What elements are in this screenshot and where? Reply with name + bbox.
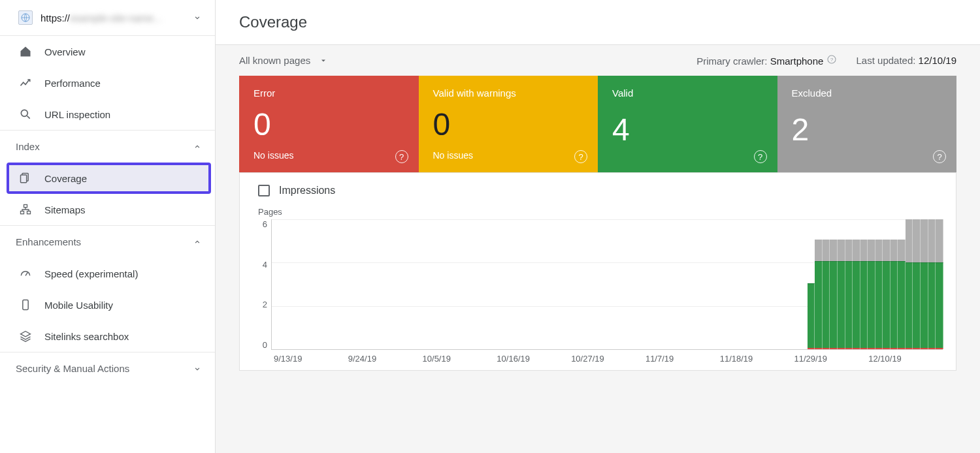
nav-label: Overview (44, 46, 86, 57)
chart-plot[interactable] (271, 219, 943, 350)
impressions-label: Impressions (279, 185, 335, 196)
card-value: 4 (612, 114, 763, 146)
filterbar: All known pages Primary crawler: Smartph… (216, 45, 980, 76)
impressions-toggle[interactable]: Impressions (253, 185, 943, 196)
sidebar: https://example-site-name... Overview Pe… (0, 0, 216, 453)
help-icon[interactable]: ? (826, 55, 837, 67)
svg-rect-7 (23, 300, 28, 310)
nav-item-mobile-usability[interactable]: Mobile Usability (0, 289, 215, 320)
speed-icon (18, 267, 33, 280)
chart-yaxis: 6 4 2 0 (253, 219, 271, 350)
layers-icon (18, 330, 33, 343)
last-updated: Last updated: 12/10/19 (857, 55, 956, 66)
chart-ylabel: Pages (258, 207, 943, 217)
chart-panel: Impressions Pages 6 4 2 0 (239, 172, 956, 371)
nav-label: Coverage (44, 173, 87, 184)
page-title: Coverage (239, 13, 956, 31)
help-icon[interactable]: ? (754, 150, 767, 163)
nav-section-index[interactable]: Index (0, 130, 215, 163)
svg-text:?: ? (830, 57, 833, 63)
card-value: 0 (433, 109, 584, 140)
nav: Overview Performance URL inspection Inde… (0, 35, 215, 384)
checkbox-icon[interactable] (258, 185, 270, 196)
card-label: Valid (612, 87, 763, 99)
chart-xaxis: 9/13/199/24/1910/5/1910/16/1910/27/1911/… (271, 354, 943, 364)
svg-point-1 (21, 110, 27, 116)
nav-item-url-inspection[interactable]: URL inspection (0, 99, 215, 130)
nav-label: Performance (44, 78, 101, 89)
nav-section-enhancements[interactable]: Enhancements (0, 225, 215, 258)
page-filter-dropdown[interactable]: All known pages (239, 55, 327, 66)
home-icon (18, 45, 33, 58)
help-icon[interactable]: ? (574, 150, 587, 163)
nav-item-sitelinks-searchbox[interactable]: Sitelinks searchbox (0, 320, 215, 352)
main: Coverage All known pages Primary crawler… (216, 0, 980, 453)
card-valid-with-warnings[interactable]: Valid with warnings 0 No issues ? (419, 76, 598, 172)
card-valid[interactable]: Valid 4 ? (598, 76, 777, 172)
nav-item-sitemaps[interactable]: Sitemaps (0, 194, 215, 225)
card-error[interactable]: Error 0 No issues ? (239, 76, 419, 172)
card-value: 0 (253, 109, 404, 140)
svg-rect-4 (24, 205, 27, 208)
chevron-down-icon (193, 364, 202, 373)
card-value: 2 (792, 114, 943, 146)
caret-down-icon (193, 13, 202, 22)
nav-section-label: Enhancements (16, 236, 81, 247)
card-label: Excluded (792, 87, 943, 99)
nav-section-security[interactable]: Security & Manual Actions (0, 352, 215, 384)
trend-icon (18, 76, 33, 89)
svg-rect-3 (21, 175, 27, 183)
help-icon[interactable]: ? (395, 150, 408, 163)
chevron-up-icon (193, 142, 202, 151)
search-icon (18, 108, 33, 121)
page-filter-label: All known pages (239, 55, 310, 66)
card-excluded[interactable]: Excluded 2 ? (777, 76, 957, 172)
svg-rect-6 (27, 211, 31, 214)
primary-crawler: Primary crawler: Smartphone ? (696, 54, 836, 67)
svg-rect-5 (21, 211, 24, 214)
nav-label: Sitelinks searchbox (44, 331, 129, 342)
nav-label: Mobile Usability (44, 300, 113, 311)
status-cards: Error 0 No issues ? Valid with warnings … (239, 76, 956, 172)
pages-icon (18, 172, 33, 185)
card-sub: No issues (253, 150, 404, 161)
nav-label: Sitemaps (44, 204, 86, 215)
help-icon[interactable]: ? (933, 150, 946, 163)
nav-section-label: Security & Manual Actions (16, 363, 129, 374)
nav-item-speed[interactable]: Speed (experimental) (0, 258, 215, 289)
chart: 6 4 2 0 (253, 219, 943, 350)
card-label: Error (253, 87, 404, 99)
nav-section-label: Index (16, 141, 40, 152)
mobile-icon (18, 298, 33, 311)
property-selector[interactable]: https://example-site-name... (0, 0, 215, 35)
property-url: https://example-site-name... (41, 12, 185, 23)
caret-down-icon (319, 57, 327, 65)
nav-item-overview[interactable]: Overview (0, 36, 215, 67)
nav-item-coverage[interactable]: Coverage (7, 163, 211, 194)
chevron-up-icon (193, 238, 202, 247)
card-sub: No issues (433, 150, 584, 161)
sitemap-icon (18, 203, 33, 216)
card-label: Valid with warnings (433, 87, 584, 99)
nav-item-performance[interactable]: Performance (0, 67, 215, 99)
nav-label: URL inspection (44, 109, 110, 120)
titlebar: Coverage (216, 0, 980, 45)
nav-label: Speed (experimental) (44, 268, 138, 279)
globe-icon (18, 10, 33, 25)
